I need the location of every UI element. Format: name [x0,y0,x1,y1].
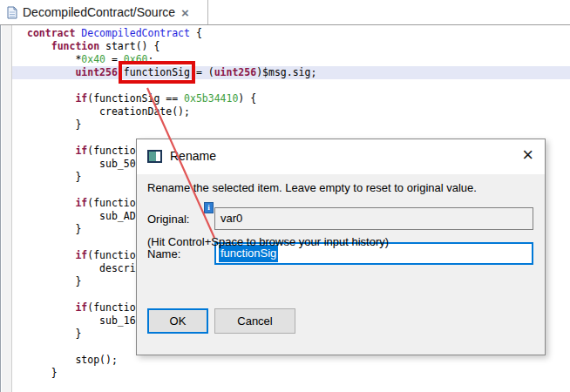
code-token: 0x5b34410 [184,92,238,105]
dialog-title: Rename [170,149,216,163]
code-token: } [27,223,81,235]
code-token: } [27,275,81,287]
cancel-button[interactable]: Cancel [214,308,295,334]
original-value: var0 [221,212,242,225]
code-token [27,92,75,105]
code-token: ; [148,53,154,65]
code-token: sub_AD [27,210,136,222]
code-token: { [190,27,202,39]
code-token: start() { [99,40,159,52]
code-token: } [27,171,81,183]
code-token: } [27,328,81,340]
code-token: 0x40 [81,53,105,65]
code-token: 0x60 [124,53,148,65]
rename-dialog: Rename × Rename the selected item. Leave… [136,139,546,355]
code-token: if [75,249,87,261]
code-token: = [105,53,124,65]
code-token: if [75,197,87,209]
dialog-close-icon[interactable]: × [522,144,533,166]
dialog-titlebar[interactable]: Rename × [137,139,545,174]
editor-tab-bar: DecompiledContract/Source × [0,0,570,25]
tab-decompiledcontract-source[interactable]: DecompiledContract/Source × [0,0,196,24]
code-token [27,301,75,314]
code-token: } [27,367,58,379]
code-token: if [75,301,87,314]
tab-title: DecompiledContract/Source [23,5,175,19]
code-token [27,249,75,261]
code-token: sub_50 [27,158,136,170]
name-label: Name: [147,247,180,260]
original-field: var0 [214,207,533,230]
code-token: contract [27,27,75,39]
code-line-current[interactable]: uint256 functionSig = (uint256)$msg.sig; [12,66,570,79]
code-token [27,197,75,209]
code-token: } [27,118,81,131]
dialog-message: Rename the selected item. Leave empty to… [147,181,477,194]
code-line[interactable]: } [12,118,570,132]
code-token: (functionSig == [87,92,184,105]
code-token: uint256 [75,66,117,78]
original-label: Original: [147,213,189,226]
code-token: creationDate(); [27,105,190,118]
tab-close-icon[interactable]: × [181,6,189,19]
code-token: uint256 [214,66,256,78]
code-token: * [27,53,81,65]
code-token: sub_16 [27,314,136,327]
code-token: ) { [238,92,256,105]
code-token: if [75,92,87,105]
code-line[interactable]: stop(); [12,354,570,367]
code-line[interactable]: contract DecompiledContract { [12,27,570,40]
code-token: descrip [27,262,142,274]
code-line[interactable]: if(functionSig == 0x5b34410) { [12,92,570,105]
code-token: (functio [87,301,135,314]
code-line[interactable]: creationDate(); [12,105,570,118]
content-assist-info-icon: i [204,202,214,213]
code-token: (functio [87,197,135,209]
code-token: (functio [87,249,135,261]
code-token [27,145,75,157]
code-token: (functio [87,145,135,157]
rename-target-identifier: functionSig [124,66,190,78]
file-icon [7,6,17,19]
code-token: = ( [190,66,214,78]
code-line[interactable]: } [12,367,570,380]
code-token: function [51,40,99,52]
input-history-hint: (Hit Control+Space to browse your input … [147,235,389,248]
window-icon [147,150,162,163]
code-token: DecompiledContract [81,27,190,39]
code-token [27,66,75,78]
code-line[interactable]: *0x40 = 0x60; [12,53,570,66]
code-token: if [75,145,87,157]
code-token [27,40,51,52]
ok-button[interactable]: OK [147,308,208,334]
code-token [118,66,124,78]
code-line[interactable]: function start() { [12,40,570,53]
code-token: )$msg.sig; [256,66,316,78]
code-line[interactable] [12,79,570,92]
code-token: stop(); [27,354,118,366]
tab-separator [207,0,208,24]
